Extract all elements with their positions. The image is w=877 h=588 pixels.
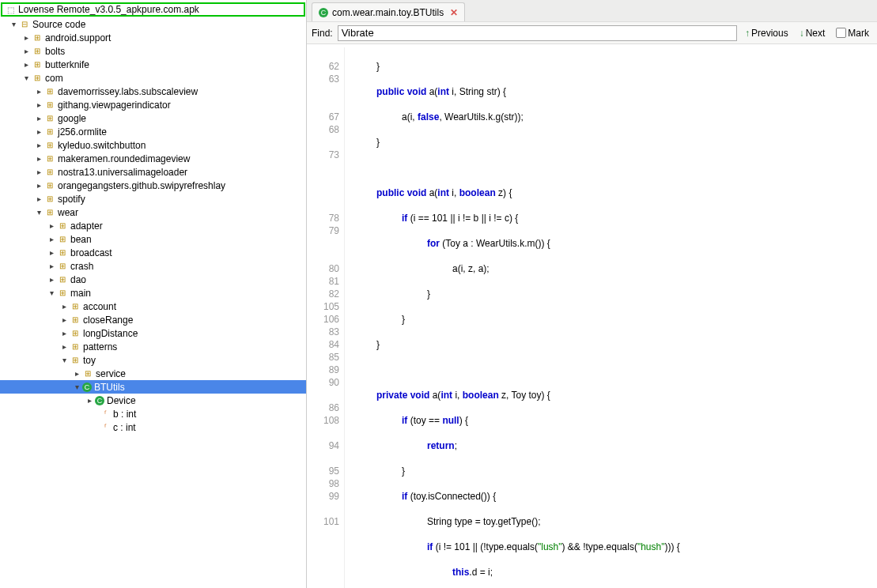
line-number: 73: [307, 149, 339, 161]
pkg-main[interactable]: main: [0, 286, 306, 300]
collapse-icon[interactable]: [35, 168, 43, 176]
line-number: [307, 452, 339, 465]
tree-node[interactable]: nostra13.universalimageloader: [0, 165, 306, 179]
pkg-service[interactable]: service: [0, 367, 306, 380]
package-icon: [44, 207, 55, 218]
source-code-label: Source code: [32, 19, 85, 30]
collapse-icon[interactable]: [35, 141, 43, 149]
package-icon: [57, 261, 68, 272]
pkg-wear[interactable]: wear: [0, 205, 306, 219]
collapse-icon[interactable]: [35, 114, 43, 122]
expand-icon[interactable]: [73, 383, 81, 391]
tree-node[interactable]: makeramen.roundedimageview: [0, 152, 306, 165]
tree-node[interactable]: bolts: [0, 44, 306, 58]
field-node[interactable]: c : int: [0, 420, 306, 434]
code-line: for (Toy a : WearUtils.k.m()) {: [351, 237, 694, 250]
tree-node[interactable]: j256.ormlite: [0, 125, 306, 138]
pkg-label: google: [58, 113, 86, 124]
checkbox-icon[interactable]: [836, 28, 846, 38]
tree-node[interactable]: android.support: [0, 31, 306, 44]
collapse-icon[interactable]: [35, 181, 43, 190]
code-body[interactable]: } public void a(int i, String str) { a(i…: [345, 47, 694, 588]
collapse-icon[interactable]: [22, 33, 30, 42]
line-number: 94: [307, 439, 339, 452]
code-line: if (toy.isConnected()) {: [351, 490, 694, 503]
tree-node[interactable]: dao: [0, 273, 306, 286]
field-icon: [100, 422, 111, 433]
source-code-node[interactable]: Source code: [0, 17, 306, 31]
pkg-com[interactable]: com: [0, 71, 306, 85]
tree-node[interactable]: broadcast: [0, 246, 306, 259]
find-previous-button[interactable]: ↑ Previous: [742, 28, 792, 39]
tree-node[interactable]: spotify: [0, 192, 306, 205]
collapse-icon[interactable]: [60, 342, 68, 351]
pkg-label: toy: [83, 355, 96, 366]
pkg-label: githang.viewpagerindicator: [58, 100, 171, 111]
package-icon: [57, 234, 68, 245]
collapse-icon[interactable]: [60, 329, 68, 337]
collapse-icon[interactable]: [85, 396, 93, 405]
expand-icon[interactable]: [60, 356, 68, 364]
collapse-icon[interactable]: [35, 127, 43, 136]
tree-node[interactable]: butterknife: [0, 58, 306, 71]
expand-icon[interactable]: [9, 20, 17, 28]
tree-node[interactable]: crash: [0, 259, 306, 273]
line-number: 108: [307, 414, 339, 427]
collapse-icon[interactable]: [47, 235, 55, 243]
class-device[interactable]: Device: [0, 394, 306, 407]
collapse-icon[interactable]: [47, 221, 55, 230]
package-icon: [57, 247, 68, 258]
field-node[interactable]: b : int: [0, 407, 306, 420]
line-number: 68: [307, 123, 339, 136]
expand-icon[interactable]: [35, 208, 43, 217]
root-node[interactable]: Lovense Remote_v3.0.5_apkpure.com.apk: [1, 2, 305, 17]
tree-node[interactable]: bean: [0, 232, 306, 246]
apk-icon: [5, 4, 16, 15]
line-number: [307, 136, 339, 149]
tree-node[interactable]: patterns: [0, 340, 306, 353]
field-icon: [100, 409, 111, 420]
tree-node[interactable]: kyleduo.switchbutton: [0, 138, 306, 152]
tree-node[interactable]: longDistance: [0, 326, 306, 340]
expand-icon[interactable]: [22, 74, 30, 82]
mark-toggle[interactable]: Mark: [833, 28, 872, 39]
tree-node[interactable]: orangegangsters.github.swipyrefreshlay: [0, 179, 306, 192]
blank-line: [351, 364, 694, 376]
find-input[interactable]: [338, 25, 737, 41]
pkg-label: main: [70, 288, 91, 299]
tree-node[interactable]: google: [0, 111, 306, 125]
package-icon: [57, 220, 68, 232]
collapse-icon[interactable]: [35, 100, 43, 109]
tree-node[interactable]: closeRange: [0, 313, 306, 326]
collapse-icon[interactable]: [22, 47, 30, 55]
close-icon[interactable]: ✕: [450, 7, 458, 18]
line-number: 81: [307, 275, 339, 288]
collapse-icon[interactable]: [73, 369, 81, 378]
tree-node[interactable]: account: [0, 300, 306, 313]
class-btutils[interactable]: BTUtils: [0, 380, 306, 394]
line-gutter: 6263 6768 73 7879 8081821051068384858990…: [307, 47, 345, 588]
tree-node[interactable]: adapter: [0, 219, 306, 232]
package-icon: [32, 73, 43, 84]
collapse-icon[interactable]: [47, 248, 55, 257]
collapse-icon[interactable]: [47, 275, 55, 284]
collapse-icon[interactable]: [47, 262, 55, 270]
find-next-button[interactable]: ↓ Next: [796, 28, 829, 39]
collapse-icon[interactable]: [35, 154, 43, 163]
pkg-label: orangegangsters.github.swipyrefreshlay: [58, 180, 225, 191]
collapse-icon[interactable]: [35, 194, 43, 203]
pkg-toy[interactable]: toy: [0, 353, 306, 367]
tab-btutils[interactable]: com.wear.main.toy.BTUtils ✕: [312, 2, 465, 21]
collapse-icon[interactable]: [60, 302, 68, 311]
collapse-icon[interactable]: [22, 60, 30, 69]
expand-icon[interactable]: [47, 288, 55, 297]
code-line: }: [351, 288, 694, 300]
code-editor[interactable]: 6263 6768 73 7879 8081821051068384858990…: [307, 44, 877, 588]
pkg-label: spotify: [58, 194, 85, 205]
tree-node[interactable]: davemorrissey.labs.subscaleview: [0, 85, 306, 98]
collapse-icon[interactable]: [35, 87, 43, 96]
pkg-label: bean: [70, 234, 92, 245]
collapse-icon[interactable]: [60, 315, 68, 324]
line-number: [307, 85, 339, 98]
tree-node[interactable]: githang.viewpagerindicator: [0, 98, 306, 111]
